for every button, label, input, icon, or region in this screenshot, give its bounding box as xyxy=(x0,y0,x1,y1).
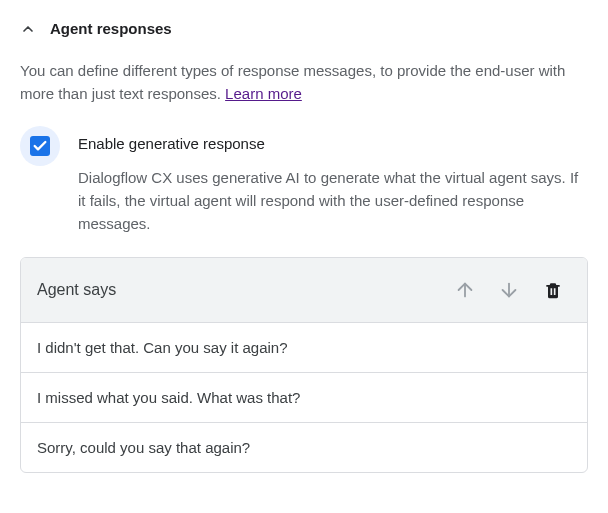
section-description: You can define different types of respon… xyxy=(20,59,588,106)
enable-generative-label: Enable generative response xyxy=(78,135,588,152)
enable-generative-text-block: Enable generative response Dialogflow CX… xyxy=(78,126,588,236)
enable-generative-block: Enable generative response Dialogflow CX… xyxy=(20,126,588,236)
enable-generative-checkbox[interactable] xyxy=(20,126,60,166)
response-row[interactable]: I missed what you said. What was that? xyxy=(21,373,587,423)
learn-more-link[interactable]: Learn more xyxy=(225,85,302,102)
section-header: Agent responses xyxy=(20,20,588,37)
response-row[interactable]: I didn't get that. Can you say it again? xyxy=(21,323,587,373)
agent-says-title: Agent says xyxy=(37,281,439,299)
enable-generative-description: Dialogflow CX uses generative AI to gene… xyxy=(78,166,588,236)
agent-says-header: Agent says xyxy=(21,258,587,323)
section-title: Agent responses xyxy=(50,20,172,37)
collapse-chevron-icon[interactable] xyxy=(20,21,36,37)
response-row[interactable]: Sorry, could you say that again? xyxy=(21,423,587,472)
checkbox-checked-icon xyxy=(30,136,50,156)
agent-says-card: Agent says I didn't get that. Can you sa… xyxy=(20,257,588,473)
move-down-button[interactable] xyxy=(491,272,527,308)
move-up-button[interactable] xyxy=(447,272,483,308)
delete-button[interactable] xyxy=(535,272,571,308)
